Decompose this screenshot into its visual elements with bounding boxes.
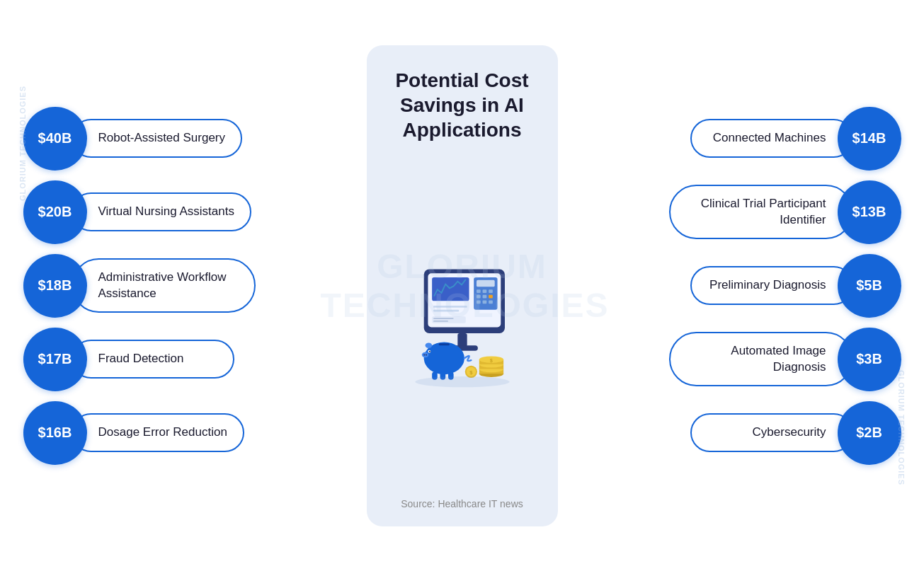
- svg-rect-9: [482, 295, 486, 299]
- right-label-4: Cybersecurity: [690, 413, 853, 451]
- left-label-4: Dosage Error Reduction: [72, 413, 244, 451]
- left-amount-badge-4: $16B: [23, 401, 87, 465]
- svg-point-44: [415, 376, 509, 387]
- main-layout: $40BRobot-Assisted Surgery$20BVirtual Nu…: [16, 13, 908, 558]
- right-amount-badge-3: $3B: [838, 328, 901, 391]
- left-amount-badge-2: $18B: [23, 254, 87, 318]
- svg-rect-6: [482, 289, 486, 293]
- left-amount-badge-1: $20B: [23, 180, 87, 244]
- right-row-4: $2BCybersecurity: [571, 401, 901, 465]
- svg-rect-5: [477, 289, 481, 293]
- svg-rect-15: [433, 310, 459, 312]
- svg-point-23: [425, 342, 432, 348]
- svg-rect-19: [457, 333, 467, 347]
- svg-rect-12: [482, 300, 486, 304]
- svg-rect-29: [438, 343, 449, 345]
- svg-rect-8: [477, 295, 481, 299]
- left-row-4: $16BDosage Error Reduction: [23, 401, 354, 465]
- svg-point-28: [425, 354, 426, 355]
- right-label-2: Preliminary Diagnosis: [690, 266, 853, 304]
- svg-text:$: $: [490, 358, 493, 364]
- svg-point-25: [428, 351, 430, 352]
- svg-rect-11: [477, 300, 481, 304]
- right-row-3: $3BAutomated Image Diagnosis: [571, 328, 901, 391]
- left-label-2: Administrative Workflow Assistance: [72, 258, 256, 312]
- right-label-1: Clinical Trial Participant Identifier: [669, 185, 853, 238]
- right-amount-badge-2: $5B: [838, 254, 901, 318]
- svg-rect-18: [433, 321, 448, 322]
- right-amount-badge-0: $14B: [838, 107, 901, 171]
- svg-rect-7: [489, 289, 493, 293]
- right-row-1: $13BClinical Trial Participant Identifie…: [571, 180, 901, 244]
- left-row-0: $40BRobot-Assisted Surgery: [23, 107, 354, 171]
- right-row-0: $14BConnected Machines: [571, 107, 901, 171]
- left-row-1: $20BVirtual Nursing Assistants: [23, 180, 354, 244]
- left-amount-badge-3: $17B: [23, 328, 87, 391]
- svg-rect-17: [433, 318, 454, 319]
- left-row-3: $17BFraud Detection: [23, 328, 354, 391]
- svg-rect-14: [433, 306, 467, 308]
- center-source: Source: Healthcare IT news: [401, 498, 523, 509]
- right-label-3: Automated Image Diagnosis: [669, 332, 853, 386]
- center-illustration: $ $: [392, 249, 533, 391]
- svg-rect-16: [432, 316, 466, 323]
- left-label-1: Virtual Nursing Assistants: [72, 192, 251, 231]
- svg-rect-13: [489, 300, 493, 304]
- right-amount-badge-4: $2B: [838, 401, 901, 465]
- right-row-2: $5BPreliminary Diagnosis: [571, 254, 901, 318]
- center-panel: Potential Cost Savings in AI Application…: [367, 45, 558, 526]
- left-column: $40BRobot-Assisted Surgery$20BVirtual Nu…: [23, 107, 354, 465]
- left-row-2: $18BAdministrative Workflow Assistance: [23, 254, 354, 318]
- right-label-0: Connected Machines: [690, 119, 853, 157]
- left-label-3: Fraud Detection: [72, 340, 234, 378]
- svg-rect-10: [489, 295, 493, 299]
- svg-point-27: [423, 354, 425, 355]
- right-amount-badge-1: $13B: [838, 180, 901, 244]
- right-column: $14BConnected Machines$13BClinical Trial…: [571, 107, 901, 465]
- left-amount-badge-0: $40B: [23, 107, 87, 171]
- svg-point-26: [421, 352, 428, 358]
- svg-rect-4: [477, 280, 495, 287]
- center-title: Potential Cost Savings in AI Application…: [381, 68, 544, 142]
- left-label-0: Robot-Assisted Surgery: [72, 119, 243, 157]
